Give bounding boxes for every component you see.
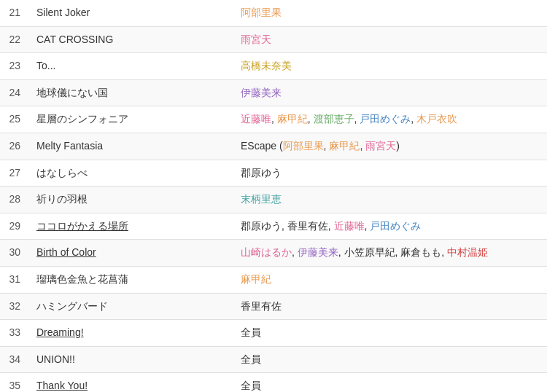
song-title-link[interactable]: Dreaming! (36, 326, 84, 338)
song-artists: 全員 (233, 346, 547, 373)
table-row: 34UNION!!全員 (0, 346, 547, 373)
row-number: 35 (0, 373, 29, 392)
table-row: 29ココロがかえる場所郡原ゆう, 香里有佐, 近藤唯, 戸田めぐみ (0, 213, 547, 240)
row-number: 24 (0, 79, 29, 106)
row-number: 33 (0, 320, 29, 347)
song-artists: 麻甲紀 (233, 266, 547, 293)
table-row: 23To...高橋未奈美 (0, 53, 547, 80)
song-title: 星層のシンフォニア (29, 106, 233, 133)
row-number: 31 (0, 266, 29, 293)
song-artists: 高橋未奈美 (233, 53, 547, 80)
song-title: Silent Joker (29, 0, 233, 26)
song-title: 瑠璃色金魚と花菖蒲 (29, 266, 233, 293)
row-number: 27 (0, 160, 29, 187)
row-number: 28 (0, 187, 29, 213)
row-number: 29 (0, 213, 29, 240)
song-title: 祈りの羽根 (29, 187, 233, 213)
song-title-link[interactable]: ココロがかえる場所 (36, 220, 128, 232)
song-artists: 山崎はるか, 伊藤美来, 小笠原早紀, 麻倉もも, 中村温姫 (233, 240, 547, 267)
row-number: 34 (0, 346, 29, 373)
table-row: 21Silent Joker阿部里果 (0, 0, 547, 26)
song-title[interactable]: Dreaming! (29, 320, 233, 347)
song-artists: 香里有佐 (233, 293, 547, 320)
row-number: 22 (0, 26, 29, 53)
table-row: 33Dreaming!全員 (0, 320, 547, 347)
song-table: 21Silent Joker阿部里果22CAT CROSSING雨宮天23To.… (0, 0, 547, 392)
row-number: 26 (0, 133, 29, 160)
song-artists: 全員 (233, 320, 547, 347)
song-artists: 郡原ゆう, 香里有佐, 近藤唯, 戸田めぐみ (233, 213, 547, 240)
song-artists: 阿部里果 (233, 0, 547, 26)
table-row: 22CAT CROSSING雨宮天 (0, 26, 547, 53)
song-artists: 郡原ゆう (233, 160, 547, 187)
row-number: 25 (0, 106, 29, 133)
table-row: 27はなしらべ郡原ゆう (0, 160, 547, 187)
table-row: 32ハミングバード香里有佐 (0, 293, 547, 320)
song-artists: 伊藤美来 (233, 79, 547, 106)
song-title: UNION!! (29, 346, 233, 373)
song-artists: EScape (阿部里果, 麻甲紀, 雨宮天) (233, 133, 547, 160)
song-title-link[interactable]: Thank You! (36, 380, 88, 391)
row-number: 21 (0, 0, 29, 26)
table-row: 25星層のシンフォニア近藤唯, 麻甲紀, 渡部恵子, 戸田めぐみ, 木戸衣吹 (0, 106, 547, 133)
song-title: To... (29, 53, 233, 80)
song-artists: 雨宮天 (233, 26, 547, 53)
song-title[interactable]: ココロがかえる場所 (29, 213, 233, 240)
song-title: はなしらべ (29, 160, 233, 187)
table-row: 35Thank You!全員 (0, 373, 547, 392)
table-row: 26Melty FantasiaEScape (阿部里果, 麻甲紀, 雨宮天) (0, 133, 547, 160)
song-title: ハミングバード (29, 293, 233, 320)
song-title: Melty Fantasia (29, 133, 233, 160)
song-artists: 全員 (233, 373, 547, 392)
row-number: 32 (0, 293, 29, 320)
song-title-link[interactable]: Birth of Color (36, 246, 96, 258)
song-title[interactable]: Thank You! (29, 373, 233, 392)
song-title: CAT CROSSING (29, 26, 233, 53)
song-artists: 末柄里恵 (233, 187, 547, 213)
row-number: 23 (0, 53, 29, 80)
table-row: 31瑠璃色金魚と花菖蒲麻甲紀 (0, 266, 547, 293)
table-row: 30Birth of Color山崎はるか, 伊藤美来, 小笠原早紀, 麻倉もも… (0, 240, 547, 267)
row-number: 30 (0, 240, 29, 267)
table-row: 24地球儀にない国伊藤美来 (0, 79, 547, 106)
song-title: 地球儀にない国 (29, 79, 233, 106)
song-artists: 近藤唯, 麻甲紀, 渡部恵子, 戸田めぐみ, 木戸衣吹 (233, 106, 547, 133)
song-title[interactable]: Birth of Color (29, 240, 233, 267)
table-row: 28祈りの羽根末柄里恵 (0, 187, 547, 213)
